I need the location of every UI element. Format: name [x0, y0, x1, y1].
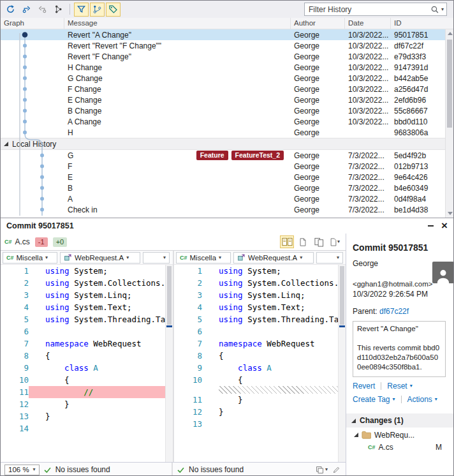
statusbar-options: ▾	[316, 466, 342, 474]
line-number: 13	[1, 410, 29, 422]
commit-message: Check in	[68, 205, 98, 214]
scroll-down-icon[interactable]	[448, 212, 453, 215]
history-row[interactable]: H ChangeGeorge10/3/2022...9147391d	[1, 62, 453, 73]
changes-section-header[interactable]: Changes (1)	[346, 413, 453, 428]
history-row[interactable]: B ChangeGeorge10/3/2022...55c86667	[1, 105, 453, 116]
inline-diff-icon[interactable]	[296, 235, 310, 248]
extra-dropdown[interactable]: ▾	[143, 252, 170, 264]
code-text: //	[29, 386, 165, 398]
column-header-date[interactable]: Date	[345, 18, 391, 29]
zoom-select[interactable]: 106 % ▾	[4, 465, 40, 475]
code-token: System.Linq;	[70, 290, 132, 300]
project-dropdown[interactable]: C# Miscella ▾	[176, 252, 231, 264]
left-combobar: C# Miscella ▾ WebRequest.A ▾ ▾	[1, 251, 173, 265]
project-dropdown[interactable]: C# Miscella ▾	[3, 252, 57, 264]
close-icon[interactable]: ×	[441, 221, 448, 230]
revert-link[interactable]: Revert	[353, 382, 375, 390]
history-row[interactable]: A ChangeGeorge10/3/2022...bbd0d110	[1, 116, 453, 127]
scrollbar-thumb[interactable]	[167, 266, 172, 325]
before-editor-scrollbar[interactable]	[165, 265, 173, 462]
code-text: class A	[202, 362, 338, 374]
compare-files-icon[interactable]	[312, 235, 326, 248]
code-token: }	[219, 407, 224, 417]
scrollbar-thumb[interactable]	[447, 40, 452, 128]
parent-commit-link[interactable]: df67c22f	[379, 307, 409, 316]
minimize-icon[interactable]	[428, 225, 434, 227]
history-row[interactable]: EGeorge7/3/2022...9e64c426	[1, 172, 453, 182]
history-row[interactable]: HGeorge9683806a	[1, 127, 453, 138]
create-tag-dropdown[interactable]: Create Tag▾	[353, 395, 395, 404]
history-row[interactable]: Revert "F Change"George10/3/2022...e79d3…	[1, 51, 453, 62]
history-row[interactable]: BGeorge7/3/2022...b4e60349	[1, 182, 453, 193]
scrollbar-thumb[interactable]	[340, 266, 344, 325]
search-dropdown-icon[interactable]: ▾	[441, 7, 444, 12]
reset-dropdown[interactable]: Reset▾	[387, 382, 412, 390]
history-row[interactable]: GFeatureFeatureTest_2George7/3/2022...5e…	[1, 150, 453, 161]
scroll-up-icon[interactable]	[448, 32, 453, 35]
code-line: 9 class A	[174, 362, 338, 374]
commit-date: 7/3/2022...	[345, 151, 391, 160]
column-header-message[interactable]: Message	[64, 18, 291, 29]
actions-dropdown[interactable]: Actions▾	[407, 395, 437, 404]
divider	[381, 382, 381, 390]
app-root: ▾ Graph Message Author Date ID Revert "A…	[0, 0, 454, 476]
side-by-side-diff-icon[interactable]	[280, 235, 294, 248]
commit-id: be1d4d38	[391, 205, 453, 214]
commit-message-cell: Check in	[64, 205, 291, 214]
history-scrollbar[interactable]	[445, 29, 453, 218]
compare-options-icon[interactable]: ▾	[316, 466, 328, 474]
filter-history-searchbox[interactable]: ▾	[304, 3, 447, 16]
line-number: 7	[174, 338, 202, 350]
history-row[interactable]: Revert "Revert "F Change""George10/3/202…	[1, 40, 453, 51]
column-header-graph[interactable]: Graph	[1, 18, 64, 29]
filter-funnel-icon[interactable]	[74, 3, 89, 17]
code-line: 7namespace WebRequest	[1, 338, 165, 350]
code-text: using System.Linq;	[202, 289, 338, 301]
history-row[interactable]: Revert "A Change"George10/3/2022...95017…	[1, 29, 453, 40]
show-graph-icon[interactable]	[51, 3, 66, 17]
commit-author: George	[291, 96, 345, 105]
member-dropdown[interactable]: WebRequest.A ▾	[233, 252, 314, 264]
refresh-icon[interactable]	[3, 3, 18, 17]
tag-badge: Feature	[196, 151, 228, 160]
incoming-commits-icon[interactable]	[35, 3, 50, 17]
history-row[interactable]: F ChangeGeorge10/3/2022...a256d47d	[1, 84, 453, 94]
commit-message-cell: B Change	[64, 107, 291, 115]
history-row[interactable]: E ChangeGeorge10/3/2022...2efd6b96	[1, 94, 453, 105]
code-token: {	[45, 375, 70, 385]
commit-message: Revert "Revert "F Change""	[68, 41, 161, 50]
history-row[interactable]: AGeorge7/3/2022...0d4f98a4	[1, 193, 453, 204]
code-token: namespace	[219, 339, 262, 348]
extra-dropdown[interactable]: ▾	[316, 252, 343, 264]
outgoing-commits-icon[interactable]	[19, 3, 34, 17]
history-row[interactable]: FGeorge7/3/2022...012b9713	[1, 161, 453, 172]
search-icon[interactable]	[430, 5, 439, 14]
code-token: }	[45, 412, 50, 421]
line-number: 8	[1, 350, 29, 362]
code-token: WebRequest	[262, 339, 315, 348]
local-history-section-header[interactable]: Local History	[1, 138, 453, 150]
branch-filter-icon[interactable]	[90, 3, 105, 17]
deletions-badge: -1	[35, 237, 48, 247]
changes-tree: WebRequ... C# A.cs M	[353, 429, 448, 453]
code-text: }	[202, 406, 338, 418]
filter-history-input[interactable]	[305, 5, 430, 14]
diff-view-buttons: ▾	[280, 235, 342, 248]
open-file-dropdown-icon[interactable]: ▾	[328, 235, 342, 248]
column-header-id[interactable]: ID	[391, 18, 453, 29]
column-header-author[interactable]: Author	[291, 18, 345, 29]
edit-icon[interactable]	[332, 466, 340, 474]
after-editor-scrollbar[interactable]	[338, 265, 346, 462]
commit-id: 9683806a	[391, 128, 453, 137]
history-row[interactable]: G ChangeGeorge10/3/2022...b442ab5e	[1, 73, 453, 84]
changes-folder-row[interactable]: WebRequ...	[353, 429, 448, 441]
file-tab[interactable]: C# A.cs -1 +0	[4, 237, 67, 247]
commit-message: E Change	[68, 96, 101, 105]
code-token: }	[45, 399, 70, 409]
tag-filter-icon[interactable]	[106, 3, 121, 17]
member-dropdown[interactable]: WebRequest.A ▾	[60, 252, 140, 264]
history-row[interactable]: Check inGeorge7/3/2022...be1d4d38	[1, 204, 453, 215]
avatar	[432, 262, 453, 283]
chevron-down-icon: ▾	[219, 255, 221, 260]
changes-file-row[interactable]: C# A.cs M	[353, 441, 448, 453]
